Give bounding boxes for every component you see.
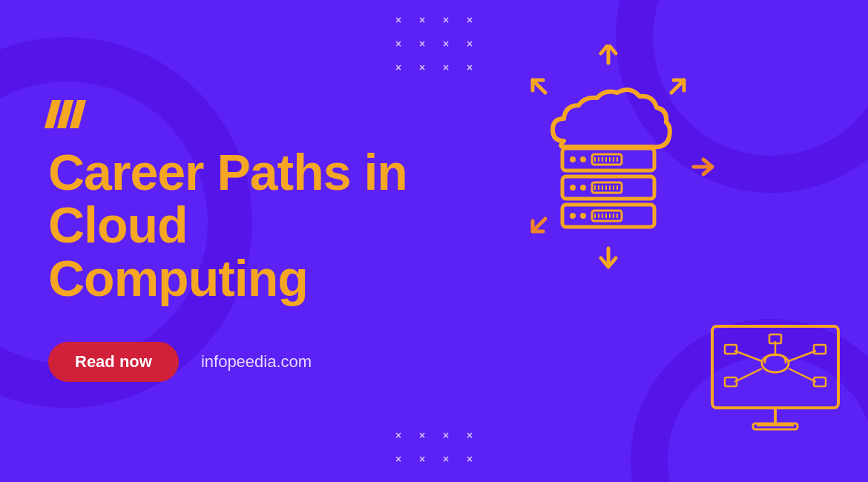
- dot: ×: [392, 429, 405, 442]
- main-title: Career Paths in Cloud Computing: [48, 146, 430, 305]
- read-now-button[interactable]: Read now: [48, 342, 179, 382]
- title-line3: Computing: [48, 250, 308, 306]
- svg-point-29: [570, 213, 576, 219]
- svg-point-30: [580, 213, 586, 219]
- title-line1: Career Paths in: [48, 144, 407, 200]
- left-content: Career Paths in Cloud Computing Read now…: [0, 100, 430, 382]
- svg-rect-28: [562, 205, 654, 227]
- svg-line-1: [533, 80, 545, 93]
- dot: ×: [392, 37, 405, 50]
- svg-line-47: [734, 369, 762, 382]
- bottom-row: Read now infopeedia.com: [48, 342, 430, 382]
- right-illustration: [430, 0, 868, 482]
- svg-line-46: [789, 351, 816, 361]
- svg-rect-50: [725, 345, 737, 354]
- stripes-decoration: [48, 100, 430, 131]
- dot: ×: [392, 452, 405, 466]
- svg-line-3: [533, 219, 545, 231]
- cloud-server-icon: [497, 44, 720, 282]
- dot: ×: [415, 429, 429, 442]
- svg-line-2: [671, 80, 684, 93]
- svg-rect-51: [814, 345, 826, 354]
- monitor-network-icon: [708, 323, 842, 441]
- svg-point-18: [570, 185, 576, 191]
- title-line2: Cloud: [48, 197, 188, 253]
- svg-line-45: [734, 351, 762, 361]
- svg-rect-39: [712, 326, 838, 408]
- dot: ×: [415, 61, 429, 74]
- svg-point-19: [580, 185, 586, 191]
- banner: × × × × × × × × × × × × × × × × × × × × …: [0, 0, 868, 482]
- svg-rect-17: [562, 176, 654, 199]
- dot: ×: [415, 13, 429, 27]
- dot: ×: [415, 37, 429, 50]
- dot: ×: [392, 61, 405, 74]
- dot: ×: [415, 452, 429, 466]
- dot: ×: [392, 13, 405, 27]
- svg-point-8: [580, 156, 586, 162]
- website-url: infopeedia.com: [201, 352, 312, 372]
- svg-rect-6: [562, 148, 654, 171]
- svg-point-7: [570, 156, 576, 162]
- svg-line-48: [789, 369, 816, 382]
